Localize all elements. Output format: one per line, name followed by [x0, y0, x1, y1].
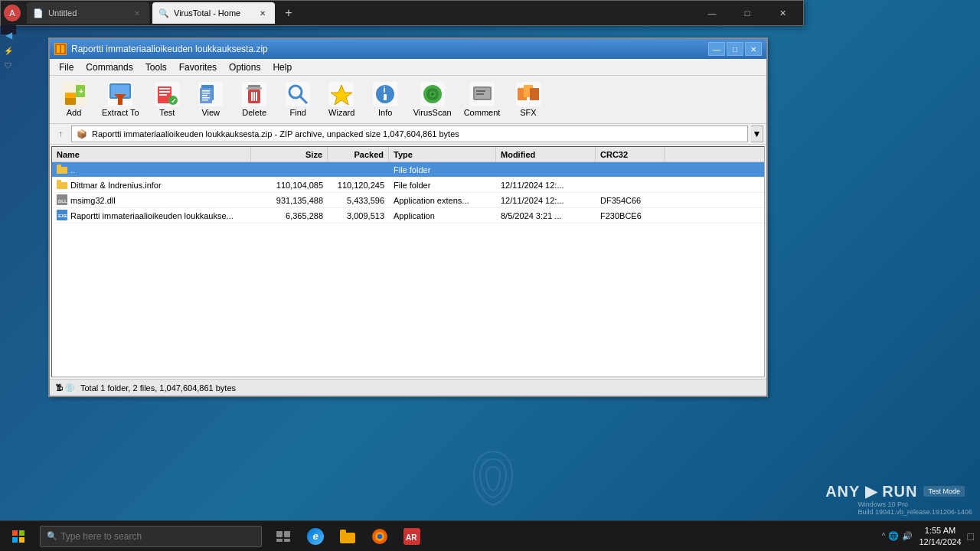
toolbar-add-btn[interactable]: + Add — [53, 79, 95, 120]
addressbar-up-btn[interactable]: ↑ — [53, 126, 68, 142]
column-type[interactable]: Type — [389, 147, 496, 161]
menu-favorites[interactable]: Favorites — [173, 60, 223, 74]
svg-rect-33 — [256, 92, 257, 101]
toolbar-find-btn[interactable]: Find — [277, 79, 319, 120]
winrar-minimize-btn[interactable]: — — [708, 42, 725, 56]
statusbar-text: Total 1 folder, 2 files, 1,047,604,861 b… — [80, 383, 236, 393]
file-modified-cell: 12/11/2024 12:... — [496, 181, 596, 190]
winrar-filelist: Name Size Packed Type Modified CRC32 .. … — [51, 146, 765, 377]
file-packed-cell: 110,120,245 — [328, 181, 389, 190]
svg-rect-60 — [57, 182, 67, 189]
toolbar-virusscan-btn[interactable]: VirusScan — [408, 79, 457, 120]
file-icon: EXE — [57, 210, 67, 222]
winrar-title-icon — [54, 43, 67, 55]
svg-rect-72 — [276, 539, 283, 542]
sidebar-nav-back[interactable]: ◀ — [5, 30, 12, 41]
tray-notification-icon[interactable]: □ — [968, 530, 974, 543]
svg-rect-59 — [57, 165, 61, 168]
taskbar-explorer-btn[interactable] — [332, 521, 363, 552]
anyrun-build: Windows 10 Pro Build 19041.vb_release.19… — [858, 500, 972, 516]
taskbar-edge-btn[interactable]: e — [300, 521, 331, 552]
toolbar-sfx-btn[interactable]: SFX — [507, 79, 549, 120]
extract-to-icon — [108, 82, 132, 106]
browser-maximize-btn[interactable]: □ — [730, 1, 765, 25]
file-name: msimg32.dll — [70, 196, 116, 205]
toolbar-extract-label: Extract To — [102, 108, 139, 117]
browser-close-btn[interactable]: ✕ — [765, 1, 800, 25]
browser-titlebar: A 📄 Untitled ✕ 🔍 VirusTotal - Home ✕ + —… — [1, 1, 803, 25]
menu-help[interactable]: Help — [266, 60, 298, 74]
taskbar-clock[interactable]: 1:55 AM 12/14/2024 — [919, 525, 961, 547]
file-icon: DLL — [57, 194, 67, 207]
column-crc32[interactable]: CRC32 — [596, 147, 665, 161]
table-row[interactable]: DLL msimg32.dll 931,135,488 5,433,596 Ap… — [52, 193, 764, 208]
menu-file[interactable]: File — [53, 60, 80, 74]
toolbar-extract-btn[interactable]: Extract To — [96, 79, 145, 120]
browser-profile-icon[interactable]: A — [4, 5, 21, 21]
toolbar-wizard-btn[interactable]: Wizard — [321, 79, 363, 120]
file-modified-cell: 12/11/2024 12:... — [496, 196, 596, 205]
file-icon — [57, 180, 67, 191]
search-input[interactable] — [60, 531, 229, 542]
file-name: Raportti immateriaalioikeuden loukkaukse… — [70, 211, 234, 220]
toolbar-comment-btn[interactable]: Comment — [459, 79, 506, 120]
table-row[interactable]: EXE Raportti immateriaalioikeuden loukka… — [52, 208, 764, 223]
taskbar: 🔍 e — [0, 520, 980, 551]
toolbar-info-btn[interactable]: i Info — [364, 79, 407, 120]
column-modified[interactable]: Modified — [496, 147, 596, 161]
file-packed-cell: 5,433,596 — [328, 196, 389, 205]
toolbar-delete-label: Delete — [242, 108, 266, 117]
winrar-toolbar: + Add — [50, 76, 766, 124]
winrar-win-controls: — □ ✕ — [708, 42, 762, 56]
svg-rect-74 — [340, 533, 355, 543]
taskbar-anyrun-btn[interactable]: AR — [397, 521, 427, 552]
sidebar-icon-1: ⚡ — [4, 47, 13, 55]
taskbar-search-box[interactable]: 🔍 — [40, 526, 262, 547]
toolbar-delete-btn[interactable]: Delete — [234, 79, 276, 120]
tab-virustotal-favicon: 🔍 — [158, 8, 169, 18]
svg-rect-30 — [247, 87, 262, 90]
svg-text:+: + — [79, 87, 83, 96]
comment-icon — [470, 82, 495, 106]
svg-rect-34 — [253, 92, 255, 101]
column-name[interactable]: Name — [52, 147, 251, 161]
menu-commands[interactable]: Commands — [80, 60, 139, 74]
table-row[interactable]: .. File folder — [52, 162, 764, 178]
svg-rect-17 — [159, 94, 167, 96]
winrar-maximize-btn[interactable]: □ — [727, 42, 743, 56]
addressbar-dropdown-btn[interactable]: ▼ — [751, 126, 763, 142]
svg-rect-43 — [384, 94, 387, 100]
svg-point-78 — [377, 534, 382, 539]
tab-virustotal[interactable]: 🔍 VirusTotal - Home ✕ — [152, 2, 275, 24]
toolbar-comment-label: Comment — [464, 108, 501, 117]
winrar-close-btn[interactable]: ✕ — [745, 42, 762, 56]
toolbar-test-btn[interactable]: ✓ Test — [146, 79, 188, 120]
table-row[interactable]: Dittmar & Indrenius.infor 110,104,085 11… — [52, 178, 764, 193]
menu-tools[interactable]: Tools — [139, 60, 173, 74]
tab-untitled[interactable]: 📄 Untitled ✕ — [27, 2, 149, 24]
svg-rect-61 — [57, 180, 61, 183]
anyrun-logo: ANY ▶ RUN — [825, 482, 917, 500]
column-packed[interactable]: Packed — [328, 147, 389, 161]
start-button[interactable] — [0, 521, 37, 552]
svg-text:AR: AR — [406, 533, 417, 542]
anyrun-badge: Test Mode — [923, 486, 965, 497]
file-name-cell: .. — [52, 165, 251, 175]
tab-untitled-close[interactable]: ✕ — [131, 7, 143, 19]
svg-rect-53 — [476, 93, 484, 95]
test-icon: ✓ — [155, 82, 179, 106]
taskbar-firefox-btn[interactable] — [364, 521, 395, 552]
browser-minimize-btn[interactable]: — — [694, 1, 730, 25]
svg-text:DLL: DLL — [58, 199, 67, 204]
file-type-cell: Application — [389, 211, 496, 220]
column-size[interactable]: Size — [251, 147, 328, 161]
menu-options[interactable]: Options — [223, 60, 266, 74]
new-tab-button[interactable]: + — [278, 2, 299, 24]
file-modified-cell: 8/5/2024 3:21 ... — [496, 211, 596, 220]
svg-rect-4 — [65, 97, 76, 105]
toolbar-view-btn[interactable]: View — [190, 79, 232, 120]
taskbar-taskview-btn[interactable] — [268, 521, 299, 552]
tray-chevron[interactable]: ^ — [882, 532, 886, 540]
tab-virustotal-close[interactable]: ✕ — [256, 7, 269, 19]
file-icon — [57, 165, 67, 175]
